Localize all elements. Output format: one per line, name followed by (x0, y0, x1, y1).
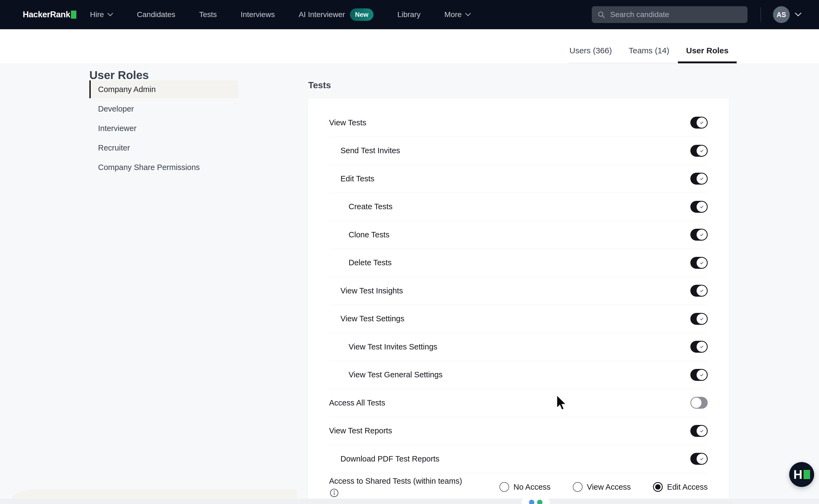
radio-option-label: Edit Access (667, 483, 708, 492)
permission-row-view-test-settings: View Test Settings (329, 305, 708, 333)
permission-label: View Test Insights (329, 286, 403, 295)
tab-users-366[interactable]: Users (366) (569, 46, 612, 63)
toggle-download-pdf-test-reports[interactable] (690, 453, 708, 465)
nav-item-candidates[interactable]: Candidates (137, 10, 175, 19)
permission-label: Delete Tests (329, 258, 391, 267)
sidebar-item-label: Recruiter (98, 143, 130, 152)
check-icon (699, 316, 704, 322)
nav-item-interviews[interactable]: Interviews (241, 10, 275, 19)
tab-teams-14[interactable]: Teams (14) (628, 46, 670, 63)
toggle-knob (697, 454, 707, 464)
sidebar-item-recruiter[interactable]: Recruiter (89, 139, 238, 157)
bottom-gray-strip (0, 499, 819, 504)
toggle-delete-tests[interactable] (690, 257, 708, 269)
logo-green-square-icon (71, 11, 76, 19)
page-header: User Roles Users (366)Teams (14)User Rol… (0, 29, 819, 63)
chevron-down-icon (107, 13, 113, 17)
tab-bar: Users (366)Teams (14)User Roles (569, 46, 729, 63)
avatar-chevron-down-icon[interactable] (795, 12, 802, 17)
toggle-view-test-general-settings[interactable] (690, 369, 708, 381)
sidebar-item-company-share-permissions[interactable]: Company Share Permissions (89, 158, 238, 176)
tab-user-roles[interactable]: User Roles (686, 46, 729, 63)
search-input[interactable] (610, 10, 742, 19)
radio-option-edit-access[interactable]: Edit Access (653, 482, 708, 492)
sidebar-item-company-admin[interactable]: Company Admin (89, 80, 238, 98)
permission-row-create-tests: Create Tests (329, 193, 708, 221)
nav-item-ai-interviewer[interactable]: AI InterviewerNew (299, 8, 374, 21)
nav-item-library[interactable]: Library (397, 10, 421, 19)
permission-label-wrap: Access to Shared Tests (within teams) (329, 477, 462, 498)
permission-row-view-test-reports: View Test Reports (329, 417, 708, 445)
permission-label-wrap: View Test Invites Settings (329, 342, 438, 351)
check-icon (699, 232, 704, 237)
info-icon[interactable] (329, 488, 339, 498)
toggle-view-test-reports[interactable] (690, 425, 708, 437)
permission-row-clone-tests: Clone Tests (329, 221, 708, 249)
permission-label: Download PDF Test Reports (329, 454, 439, 463)
nav-item-hire[interactable]: Hire (90, 10, 113, 19)
check-icon (699, 456, 704, 462)
permission-label-wrap: Send Test Invites (329, 146, 400, 155)
sidebar-item-label: Developer (98, 104, 134, 113)
radio-option-no-access[interactable]: No Access (500, 482, 551, 492)
toggle-knob (697, 286, 707, 296)
toggle-knob (697, 230, 707, 240)
permission-label: View Tests (329, 118, 366, 127)
nav-divider (761, 7, 761, 22)
sidebar-item-interviewer[interactable]: Interviewer (89, 119, 238, 137)
chat-logo-green-square-icon (804, 470, 810, 479)
toggle-create-tests[interactable] (690, 201, 708, 213)
check-icon (699, 148, 704, 153)
toggle-knob (697, 174, 707, 184)
radio-circle (653, 482, 663, 492)
bottom-peek-widget (522, 498, 550, 504)
permission-label-wrap: Delete Tests (329, 258, 391, 267)
nav-item-more[interactable]: More (445, 10, 471, 19)
radio-option-view-access[interactable]: View Access (573, 482, 631, 492)
avatar[interactable]: AS (773, 6, 790, 23)
check-icon (699, 428, 704, 434)
search-icon (597, 11, 605, 19)
permission-row-send-test-invites: Send Test Invites (329, 137, 708, 165)
sidebar-item-developer[interactable]: Developer (89, 100, 238, 118)
nav-item-label: Library (397, 10, 421, 19)
avatar-initials: AS (776, 11, 786, 19)
radio-option-label: No Access (514, 483, 551, 492)
toggle-knob (697, 258, 707, 268)
toggle-send-test-invites[interactable] (690, 145, 708, 157)
toggle-knob (697, 202, 707, 212)
toggle-clone-tests[interactable] (690, 229, 708, 241)
toggle-access-all-tests[interactable] (690, 397, 708, 409)
permission-label: View Test Settings (329, 314, 404, 323)
toggle-view-tests[interactable] (690, 117, 708, 129)
nav-item-label: Interviews (241, 10, 275, 19)
permission-label: Clone Tests (329, 230, 389, 239)
permission-label-wrap: View Test Insights (329, 286, 403, 295)
radio-group-access-to-shared-tests-within-teams: No AccessView AccessEdit Access (500, 482, 708, 492)
peek-dot-blue (529, 500, 534, 504)
sidebar-item-label: Company Admin (98, 85, 156, 94)
help-chat-button[interactable]: H (789, 462, 814, 487)
chevron-down-icon (465, 13, 471, 17)
toggle-edit-tests[interactable] (690, 173, 708, 185)
permission-row-view-tests: View Tests (329, 109, 708, 137)
permission-label-wrap: Create Tests (329, 202, 392, 211)
hackerrank-logo[interactable]: HackerRank (23, 10, 76, 19)
section-title: Tests (308, 80, 331, 90)
permission-label: Create Tests (329, 202, 392, 211)
nav-item-label: Tests (199, 10, 217, 19)
toggle-knob (697, 117, 707, 128)
permission-label: Access to Shared Tests (within teams) (329, 477, 462, 486)
search-bar[interactable] (592, 6, 748, 23)
permission-label-wrap: Access All Tests (329, 398, 385, 407)
top-nav: HackerRank HireCandidatesTestsInterviews… (0, 0, 819, 29)
permission-label-wrap: View Test Reports (329, 426, 392, 435)
nav-item-tests[interactable]: Tests (199, 10, 217, 19)
toggle-knob (697, 342, 707, 352)
toggle-view-test-insights[interactable] (690, 285, 708, 297)
nav-item-label: AI Interviewer (299, 10, 345, 19)
toggle-view-test-settings[interactable] (690, 313, 708, 325)
permission-row-view-test-invites-settings: View Test Invites Settings (329, 333, 708, 361)
nav-item-label: More (445, 10, 462, 19)
toggle-view-test-invites-settings[interactable] (690, 341, 708, 353)
